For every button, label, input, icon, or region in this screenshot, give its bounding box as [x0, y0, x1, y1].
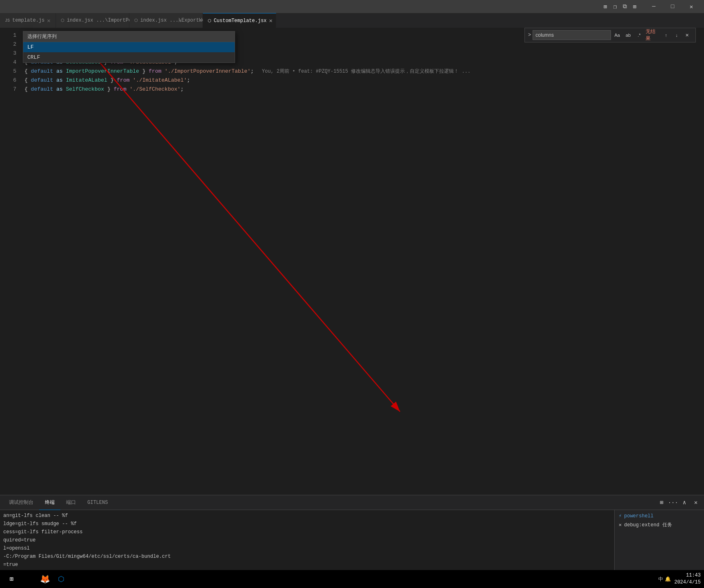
line-numbers: 1 2 3 4 5 6 7 [0, 28, 20, 495]
vscode-icon: ⬡ [58, 575, 64, 584]
start-button[interactable]: ⊞ [3, 571, 20, 587]
firefox-icon: 🦊 [40, 574, 50, 584]
term-line-6: -C:/Program Files/Git/mingw64/etc/ssl/ce… [3, 552, 611, 561]
minimize-button[interactable]: ─ [644, 0, 663, 13]
search-next-button[interactable]: ↓ [672, 31, 682, 40]
search-prev-button[interactable]: ↑ [661, 31, 671, 40]
line-num-2: 2 [0, 40, 16, 49]
tab-label: template.js [12, 18, 44, 23]
line-num-1: 1 [0, 31, 16, 40]
code-line-6: { default as ImitateALabel } from './Imi… [24, 76, 704, 85]
terminal-icon: ⚡ [619, 513, 622, 519]
tab-file-icon: ⬡ [208, 18, 211, 23]
term-line-1: an=git-lfs clean -- %f [3, 512, 611, 520]
taskbar-tray-label: 中 [658, 576, 663, 583]
panel-split-button[interactable]: ⊞ [657, 498, 666, 508]
search-nav: ↑ ↓ ✕ [661, 31, 692, 40]
taskbar: ⊞ 🗂 🦊 ⬡ 中 🔔 11:43 2024/4/15 [0, 570, 704, 588]
match-case-button[interactable]: Aa [613, 31, 622, 40]
term-line-5: l=openssl [3, 544, 611, 552]
editor-area: > Aa ab .* 无结果 ↑ ↓ ✕ 选择行尾序列 LF CRLF 1 2 … [0, 28, 704, 495]
terminal-item-debug[interactable]: ✕ debug:extend 任务 [616, 520, 702, 530]
terminal-item-powershell-label: powershell [624, 513, 653, 519]
panel-content: an=git-lfs clean -- %f ldge=git-lfs smud… [0, 510, 704, 577]
panel-more-button[interactable]: ··· [668, 498, 678, 508]
tab-close-icon[interactable]: ✕ [47, 17, 50, 24]
line-num-7: 7 [0, 85, 16, 94]
tab-custom-template[interactable]: ⬡ CustomTemplate.jsx ✕ [203, 13, 276, 28]
taskbar-tray: 中 🔔 [658, 576, 671, 583]
tab-close-icon[interactable]: ✕ [178, 17, 181, 24]
clock-date: 2024/4/15 [674, 579, 701, 586]
panel-tabbar: 调试控制台 终端 端口 GITLENS ⊞ ··· ∧ ✕ [0, 495, 704, 510]
grid-icon[interactable]: ⊞ [631, 3, 638, 10]
panel-area: 调试控制台 终端 端口 GITLENS ⊞ ··· ∧ ✕ an=git-lfs… [0, 495, 704, 577]
taskbar-notification-icon: 🔔 [665, 576, 671, 582]
term-line-4: quired=true [3, 536, 611, 544]
window-controls: ─ □ ✕ [644, 0, 701, 13]
match-word-button[interactable]: ab [624, 31, 633, 40]
tab-close-icon[interactable]: ✕ [228, 17, 231, 24]
line-num-4: 4 [0, 58, 16, 67]
panel-close-button[interactable]: ✕ [691, 498, 701, 508]
terminal-main[interactable]: an=git-lfs clean -- %f ldge=git-lfs smud… [0, 510, 614, 577]
taskbar-clock[interactable]: 11:43 2024/4/15 [674, 572, 701, 586]
taskbar-right: 中 🔔 11:43 2024/4/15 [658, 572, 701, 586]
line-ending-dropdown: 选择行尾序列 LF CRLF [23, 31, 235, 63]
panel-tab-terminal-label: 终端 [45, 499, 55, 506]
term-line-7: =true [3, 561, 611, 569]
code-editor[interactable]: | 2 authors (wuyangri and others) { defa… [20, 28, 704, 495]
titlebar-icon-group: ⊞ ❐ ⧉ ⊞ [602, 3, 638, 10]
tab-file-icon: ⬡ [134, 18, 138, 23]
search-no-result: 无结果 [646, 28, 660, 42]
dropdown-item-crlf[interactable]: CRLF [23, 52, 235, 62]
file-explorer-icon: 🗂 [24, 574, 33, 584]
close-button[interactable]: ✕ [682, 0, 701, 13]
tab-file-icon: ⬡ [61, 18, 64, 23]
maximize-button[interactable]: □ [663, 0, 682, 13]
panel-tab-ports-label: 端口 [66, 499, 76, 506]
tab-export-workbench[interactable]: ⬡ index.jsx ...\ExportWorkbench ✕ [129, 13, 203, 28]
search-close-button[interactable]: ✕ [682, 31, 692, 40]
panel-tab-terminal[interactable]: 终端 [39, 495, 60, 510]
titlebar: ⊞ ❐ ⧉ ⊞ ─ □ ✕ [0, 0, 704, 13]
clock-time: 11:43 [674, 572, 701, 579]
search-bar: > Aa ab .* 无结果 ↑ ↓ ✕ [524, 28, 696, 42]
dropdown-title: 选择行尾序列 [23, 31, 235, 42]
windows-icon: ⊞ [9, 575, 13, 583]
restore-icon[interactable]: ❐ [612, 3, 618, 10]
split-icon[interactable]: ⧉ [622, 3, 628, 10]
term-line-2: ldge=git-lfs smudge -- %f [3, 520, 611, 528]
taskbar-vscode[interactable]: ⬡ [54, 572, 69, 586]
line-num-3: 3 [0, 49, 16, 58]
panel-tab-ports[interactable]: 端口 [60, 495, 82, 510]
terminal-item-debug-label: debug:extend 任务 [624, 521, 672, 528]
code-line-7: { default as SelfCheckbox } from './Self… [24, 85, 704, 94]
line-num-6: 6 [0, 76, 16, 85]
search-input[interactable] [533, 30, 611, 40]
line-num-5: 5 [0, 67, 16, 76]
term-line-3: cess=git-lfs filter-process [3, 528, 611, 536]
terminal-sidebar-panel: ⚡ powershell ✕ debug:extend 任务 [614, 510, 704, 577]
tab-label: CustomTemplate.jsx [214, 18, 267, 24]
panel-actions: ⊞ ··· ∧ ✕ [657, 498, 701, 508]
debug-icon: ✕ [619, 522, 622, 528]
tab-file-icon: JS [5, 18, 10, 23]
code-line-5: { default as ImportPopoverInnerTable } f… [24, 67, 704, 76]
regex-button[interactable]: .* [635, 31, 644, 40]
tab-import-popover[interactable]: ⬡ index.jsx ...\ImportPopoverInnerTable … [56, 13, 129, 28]
tab-close-icon[interactable]: ✕ [269, 17, 272, 24]
panel-tab-debug-console[interactable]: 调试控制台 [3, 495, 39, 510]
git-blame-line5: You, 2周前 • feat: #PZQY-15515 修改编辑态导入错误提示… [262, 67, 471, 76]
dropdown-item-lf[interactable]: LF [23, 42, 235, 52]
panel-collapse-button[interactable]: ∧ [680, 498, 689, 508]
panel-tab-debug-label: 调试控制台 [9, 499, 33, 506]
panel-tab-gitlens-label: GITLENS [87, 500, 108, 506]
terminal-item-powershell[interactable]: ⚡ powershell [616, 512, 702, 520]
layout-icon[interactable]: ⊞ [602, 3, 609, 10]
panel-tab-gitlens[interactable]: GITLENS [82, 495, 113, 510]
taskbar-file-explorer[interactable]: 🗂 [21, 572, 36, 586]
search-label: > [528, 32, 531, 38]
taskbar-firefox[interactable]: 🦊 [38, 572, 52, 586]
tab-template-js[interactable]: JS template.js ✕ [0, 13, 56, 28]
